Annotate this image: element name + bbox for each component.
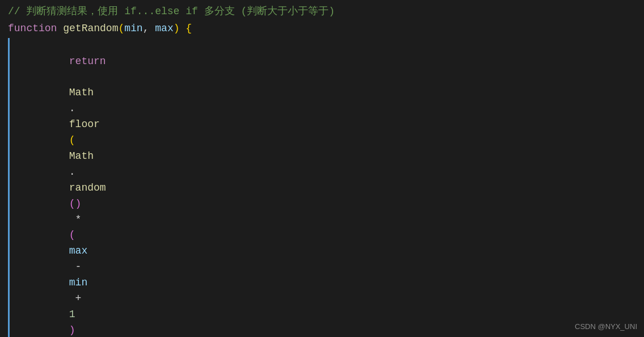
code-editor: // 判断猜测结果，使用 if...else if 多分支 (判断大于小于等于)…: [0, 0, 644, 337]
fn-definition-line: function getRandom ( min , max ) {: [0, 20, 644, 37]
comment-line: // 判断猜测结果，使用 if...else if 多分支 (判断大于小于等于): [0, 3, 644, 20]
csdn-watermark: CSDN @NYX_UNI: [575, 321, 637, 332]
return-line: return Math . floor ( Math . random () *…: [0, 37, 644, 337]
